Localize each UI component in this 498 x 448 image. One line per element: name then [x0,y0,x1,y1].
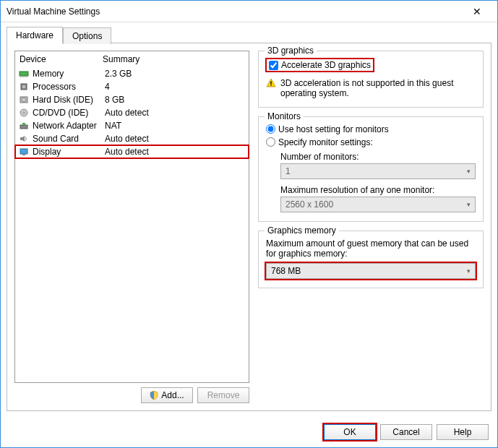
list-row-sound-card[interactable]: Sound CardAuto detect [15,132,249,145]
svg-point-9 [22,98,26,102]
device-name: Hard Disk (IDE) [33,94,105,105]
group-monitors: Monitors Use host setting for monitors S… [258,116,484,222]
tab-options[interactable]: Options [63,27,111,44]
warn-text: 3D acceleration is not supported in this… [280,78,476,98]
num-monitors-select: 1 ▾ [280,163,476,179]
list-header: Device Summary [15,51,249,67]
accelerate-3d-label: Accelerate 3D graphics [281,60,371,70]
device-summary: Auto detect [105,107,246,119]
svg-rect-14 [20,149,27,154]
memory-icon [18,69,30,79]
svg-rect-16 [270,81,271,84]
device-summary: 4 [105,81,246,92]
radio-use-host-label: Use host setting for monitors [278,124,389,134]
device-name: Network Adapter [33,120,105,132]
group-graphics-memory: Graphics memory Maximum amount of guest … [258,231,484,288]
group-3d-graphics: 3D graphics Accelerate 3D graphics 3D ac… [258,51,484,108]
device-name: Display [33,146,105,158]
chevron-down-icon: ▾ [467,201,471,208]
col-summary[interactable]: Summary [103,54,139,64]
device-summary: Auto detect [105,133,246,145]
help-button[interactable]: Help [437,424,489,440]
chevron-down-icon: ▾ [467,267,471,275]
footer: OK Cancel Help [1,417,497,447]
legend-gmem: Graphics memory [265,225,339,236]
remove-button: Remove [197,387,249,403]
device-name: Memory [33,68,105,79]
warn-row: 3D acceleration is not supported in this… [266,78,476,98]
cancel-label: Cancel [392,427,419,437]
radio-use-host[interactable]: Use host setting for monitors [266,124,476,134]
cpu-icon [18,82,30,92]
svg-rect-2 [22,76,22,77]
window-title: Virtual Machine Settings [7,7,463,17]
add-button-label: Add... [161,390,184,400]
display-icon [18,147,30,157]
accelerate-3d-input[interactable] [269,61,278,70]
max-res-select: 2560 x 1600 ▾ [280,197,476,212]
close-icon[interactable]: ✕ [463,6,491,17]
cancel-button[interactable]: Cancel [380,424,432,440]
num-monitors-label: Number of monitors: [280,152,476,162]
list-row-display[interactable]: DisplayAuto detect [15,145,249,158]
device-summary: NAT [105,120,246,132]
tab-bar: Hardware Options [1,22,497,43]
list-row-cd-dvd-ide-[interactable]: CD/DVD (IDE)Auto detect [15,106,249,119]
device-buttons: Add... Remove [14,387,249,403]
net-icon [18,121,30,131]
ok-label: OK [343,427,356,437]
ok-button[interactable]: OK [324,424,376,440]
accelerate-3d-highlight: Accelerate 3D graphics [266,59,374,72]
svg-rect-0 [20,72,28,76]
device-summary: 8 GB [105,94,246,105]
left-column: Device Summary Memory2.3 GBProcessors4Ha… [14,51,249,403]
device-list[interactable]: Device Summary Memory2.3 GBProcessors4Ha… [14,51,249,383]
list-row-processors[interactable]: Processors4 [15,80,249,93]
warning-icon [266,78,276,88]
radio-specify-label: Specify monitor settings: [278,137,373,147]
shield-icon [150,391,158,400]
tab-hardware-label: Hardware [16,30,53,40]
tab-options-label: Options [72,31,102,41]
remove-button-label: Remove [207,390,240,400]
svg-point-11 [23,112,25,113]
sound-icon [18,134,30,144]
add-button[interactable]: Add... [141,387,193,403]
monitor-sub: Number of monitors: 1 ▾ Maximum resoluti… [280,152,476,212]
radio-specify-input[interactable] [266,137,275,147]
svg-rect-1 [20,76,21,77]
list-row-memory[interactable]: Memory2.3 GB [15,67,249,80]
svg-rect-15 [22,154,25,155]
radio-specify[interactable]: Specify monitor settings: [266,137,476,147]
help-label: Help [454,427,472,437]
svg-rect-5 [26,76,27,77]
chevron-down-icon: ▾ [467,168,471,175]
svg-rect-7 [22,85,25,88]
right-column: 3D graphics Accelerate 3D graphics 3D ac… [258,51,484,403]
window-body: Hardware Options Device Summary Memory2.… [1,22,497,447]
titlebar: Virtual Machine Settings ✕ [1,1,497,22]
svg-rect-17 [270,85,271,85]
svg-rect-12 [20,125,27,129]
graphics-memory-value: 768 MB [271,266,301,276]
legend-3d: 3D graphics [265,46,317,56]
list-row-network-adapter[interactable]: Network AdapterNAT [15,119,249,132]
cd-icon [18,108,30,118]
gmem-desc: Maximum amount of guest memory that can … [266,238,476,259]
max-res-value: 2560 x 1600 [286,199,333,210]
col-device[interactable]: Device [20,54,103,64]
device-name: Processors [33,81,105,92]
radio-use-host-input[interactable] [266,124,275,134]
svg-rect-4 [25,76,25,77]
svg-rect-13 [22,123,25,125]
device-summary: Auto detect [105,146,246,158]
graphics-memory-select[interactable]: 768 MB ▾ [266,263,476,279]
list-row-hard-disk-ide-[interactable]: Hard Disk (IDE)8 GB [15,93,249,106]
legend-monitors: Monitors [265,111,304,121]
content-area: Device Summary Memory2.3 GBProcessors4Ha… [7,43,491,411]
accelerate-3d-checkbox[interactable]: Accelerate 3D graphics [269,60,371,70]
tab-hardware[interactable]: Hardware [7,27,63,43]
device-summary: 2.3 GB [105,68,246,79]
device-name: Sound Card [33,133,105,145]
svg-rect-3 [23,76,24,77]
